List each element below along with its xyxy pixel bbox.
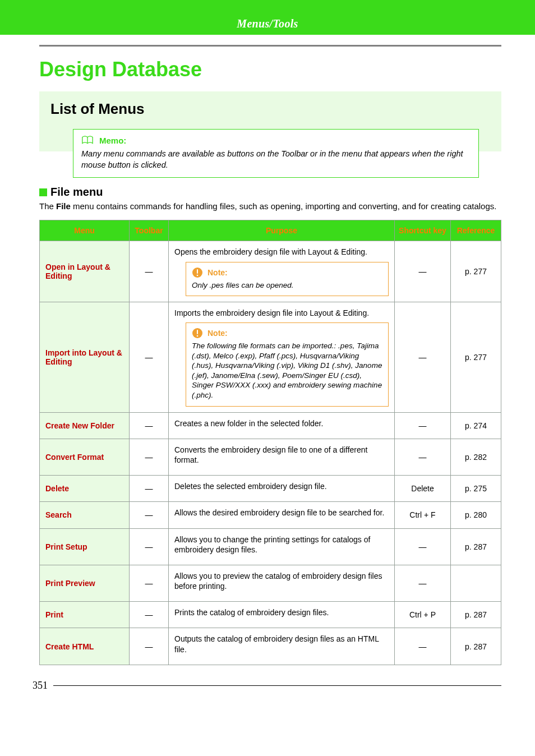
cell-toolbar: — (130, 439, 169, 475)
cell-reference: p. 287 (451, 602, 501, 628)
purpose-text: Opens the embroidery design file with La… (174, 247, 389, 257)
alert-icon (192, 267, 203, 278)
cell-shortcut: — (395, 302, 451, 412)
cell-reference: p. 275 (451, 476, 501, 502)
cell-toolbar: — (130, 528, 169, 565)
cell-shortcut: — (395, 528, 451, 565)
footer-line (53, 685, 501, 686)
table-row: Import into Layout & Editing—Imports the… (40, 302, 501, 412)
section-desc-bold: File (56, 201, 71, 211)
purpose-text: Imports the embroidery design file into … (174, 308, 389, 318)
note-label: Note: (207, 329, 228, 338)
cell-menu: Print Setup (40, 528, 130, 565)
purpose-text: Outputs the catalog of embroidery design… (174, 634, 389, 654)
square-bullet-icon (39, 188, 47, 196)
cell-reference (451, 565, 501, 601)
memo-label: Memo: (99, 136, 126, 145)
cell-shortcut: — (395, 565, 451, 601)
table-row: Create HTML—Outputs the catalog of embro… (40, 628, 501, 665)
th-purpose: Purpose (169, 220, 395, 241)
section-head: File menu (39, 186, 501, 199)
menu-table: Menu Toolbar Purpose Shortcut key Refere… (39, 220, 501, 665)
content-area: Design Database List of Menus Memo: Many… (0, 47, 535, 665)
purpose-text: Creates a new folder in the selected fol… (174, 418, 389, 428)
cell-shortcut: Ctrl + F (395, 502, 451, 528)
cell-reference: p. 282 (451, 439, 501, 475)
cell-toolbar: — (130, 241, 169, 302)
table-header-row: Menu Toolbar Purpose Shortcut key Refere… (40, 220, 501, 241)
cell-shortcut: Delete (395, 476, 451, 502)
cell-reference: p. 287 (451, 628, 501, 665)
table-row: Create New Folder—Creates a new folder i… (40, 412, 501, 439)
purpose-text: Allows you to change the printing settin… (174, 534, 389, 555)
cell-purpose: Deletes the selected embroidery design f… (169, 476, 395, 502)
page-title: Design Database (39, 58, 501, 81)
cell-toolbar: — (130, 565, 169, 601)
svg-rect-2 (197, 269, 198, 274)
cell-purpose: Converts the embroidery design file to o… (169, 439, 395, 475)
cell-reference: p. 280 (451, 502, 501, 528)
purpose-text: Deletes the selected embroidery design f… (174, 481, 389, 491)
cell-toolbar: — (130, 602, 169, 628)
cell-toolbar: — (130, 502, 169, 528)
cell-reference: p. 277 (451, 302, 501, 412)
cell-toolbar: — (130, 412, 169, 439)
table-row: Print Preview—Allows you to preview the … (40, 565, 501, 601)
cell-menu: Print (40, 602, 130, 628)
cell-purpose: Allows you to change the printing settin… (169, 528, 395, 565)
purpose-text: Allows the desired embroidery design fil… (174, 508, 389, 518)
cell-shortcut: — (395, 412, 451, 439)
cell-purpose: Creates a new folder in the selected fol… (169, 412, 395, 439)
note-box: Note:Only .pes files can be opened. (186, 262, 389, 297)
cell-shortcut: — (395, 241, 451, 302)
svg-point-3 (197, 274, 199, 276)
section-desc: The File menu contains commands for hand… (39, 201, 501, 212)
cell-menu: Delete (40, 476, 130, 502)
purpose-text: Prints the catalog of embroidery design … (174, 607, 389, 617)
header-bar: Menus/Tools (0, 12, 535, 35)
table-row: Delete—Deletes the selected embroidery d… (40, 476, 501, 502)
cell-purpose: Allows you to preview the catalog of emb… (169, 565, 395, 601)
cell-menu: Create New Folder (40, 412, 130, 439)
cell-menu: Search (40, 502, 130, 528)
table-row: Convert Format—Converts the embroidery d… (40, 439, 501, 475)
table-row: Print Setup—Allows you to change the pri… (40, 528, 501, 565)
table-row: Print—Prints the catalog of embroidery d… (40, 602, 501, 628)
cell-menu: Import into Layout & Editing (40, 302, 130, 412)
purpose-text: Converts the embroidery design file to o… (174, 445, 389, 465)
th-shortcut: Shortcut key (395, 220, 451, 241)
th-toolbar: Toolbar (130, 220, 169, 241)
note-text: Only .pes files can be opened. (192, 280, 382, 291)
th-reference: Reference (451, 220, 501, 241)
cell-purpose: Allows the desired embroidery design fil… (169, 502, 395, 528)
alert-icon (192, 328, 203, 339)
top-band (0, 0, 535, 12)
cell-menu: Convert Format (40, 439, 130, 475)
header-tab-label: Menus/Tools (237, 17, 298, 30)
cell-shortcut: — (395, 628, 451, 665)
subhead: List of Menus (50, 100, 490, 118)
cell-shortcut: — (395, 439, 451, 475)
cell-toolbar: — (130, 628, 169, 665)
cell-purpose: Outputs the catalog of embroidery design… (169, 628, 395, 665)
memo-head: Memo: (81, 135, 471, 145)
memo-box: Memo: Many menu commands are available a… (73, 129, 479, 178)
page-number: 351 (33, 680, 48, 692)
footer: 351 (0, 665, 535, 703)
cell-shortcut: Ctrl + P (395, 602, 451, 628)
section-desc-pre: The (39, 201, 56, 211)
note-head: Note: (192, 328, 382, 339)
cell-menu: Print Preview (40, 565, 130, 601)
section-desc-post: menu contains commands for handling file… (71, 201, 497, 211)
cell-purpose: Prints the catalog of embroidery design … (169, 602, 395, 628)
page-root: Menus/Tools Design Database List of Menu… (0, 0, 535, 703)
cell-menu: Create HTML (40, 628, 130, 665)
purpose-text: Allows you to preview the catalog of emb… (174, 571, 389, 591)
table-row: Open in Layout & Editing—Opens the embro… (40, 241, 501, 302)
cell-purpose: Opens the embroidery design file with La… (169, 241, 395, 302)
section-title: File menu (50, 186, 103, 199)
cell-reference: p. 277 (451, 241, 501, 302)
note-label: Note: (207, 268, 228, 277)
book-icon (81, 135, 94, 145)
cell-menu: Open in Layout & Editing (40, 241, 130, 302)
